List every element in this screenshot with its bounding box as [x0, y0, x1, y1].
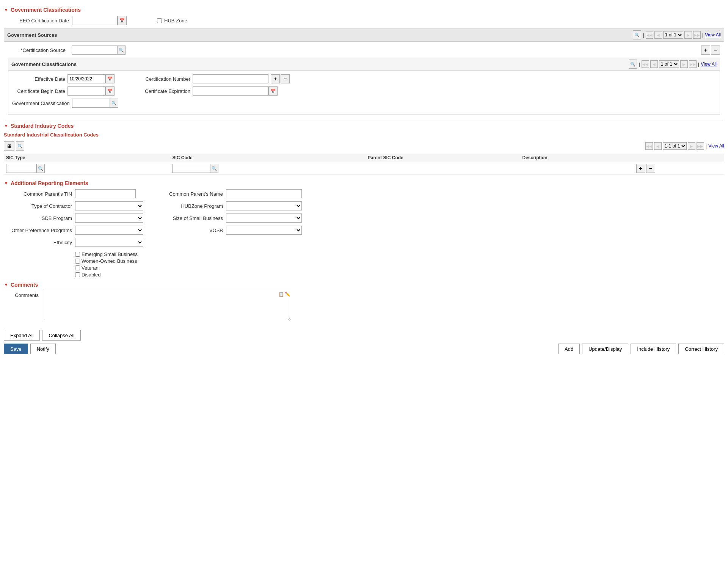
- gov-class-search-button[interactable]: 🔍: [110, 99, 118, 108]
- eeo-row: EEO Certification Date 📅 HUB Zone: [4, 16, 724, 25]
- effective-date-input[interactable]: [67, 74, 105, 83]
- inner-gov-view-all-link[interactable]: View All: [701, 61, 717, 67]
- sic-type-cell: 🔍: [4, 162, 170, 175]
- are-other-pref-select[interactable]: [75, 226, 143, 235]
- are-parent-name-label: Common Parent's Name: [166, 191, 223, 197]
- sic-prev-btn[interactable]: ◀: [654, 142, 662, 150]
- are-contractor-type-select[interactable]: [75, 201, 143, 210]
- sic-table-toolbar: ⊞ 🔍 ◀◀ ◀ 1-1 of 1 ▶ ▶▶ | View All: [4, 140, 724, 152]
- comments-textarea[interactable]: [45, 291, 291, 321]
- gov-sources-sep1: |: [643, 32, 644, 38]
- collapse-all-button[interactable]: Collapse All: [42, 330, 81, 341]
- sic-view-all-link[interactable]: View All: [708, 143, 724, 149]
- cert-number-input[interactable]: [193, 74, 268, 83]
- are-contractor-type-row: Type of Contractor: [4, 201, 143, 210]
- cert-number-remove-button[interactable]: −: [281, 74, 290, 83]
- sic-page-select[interactable]: 1-1 of 1: [663, 142, 687, 150]
- comments-copy-icon[interactable]: 📋: [278, 292, 284, 297]
- are-sdb-select[interactable]: [75, 213, 143, 223]
- gov-sources-first-btn[interactable]: ◀◀: [646, 31, 653, 39]
- are-dis-checkbox[interactable]: [75, 272, 80, 277]
- save-button[interactable]: Save: [4, 344, 28, 354]
- sic-remove-button[interactable]: −: [646, 164, 655, 173]
- gov-class-input[interactable]: [72, 99, 110, 108]
- cert-number-add-button[interactable]: +: [271, 74, 280, 83]
- effective-date-cell: Effective Date 📅: [12, 74, 115, 83]
- sic-last-btn[interactable]: ▶▶: [697, 142, 704, 150]
- inner-gov-page-select[interactable]: 1 of 1: [659, 60, 679, 68]
- cert-begin-calendar-icon: 📅: [107, 89, 113, 94]
- sic-next-btn[interactable]: ▶: [688, 142, 695, 150]
- gov-sources-page-select[interactable]: 1 of 1: [663, 31, 683, 39]
- cert-source-add-button[interactable]: +: [701, 46, 710, 55]
- are-vet-checkbox[interactable]: [75, 265, 80, 270]
- include-history-button[interactable]: Include History: [631, 344, 676, 354]
- gov-classifications-collapse-icon[interactable]: ▼: [4, 7, 8, 13]
- sic-grid-button[interactable]: ⊞: [4, 141, 14, 151]
- are-parent-name-input[interactable]: [226, 189, 302, 198]
- sic-parent-code-cell: [366, 162, 520, 175]
- sic-description-header: Description: [520, 154, 634, 162]
- cert-begin-calendar-button[interactable]: 📅: [105, 86, 115, 96]
- gov-sources-pagination: ◀◀ ◀ 1 of 1 ▶ ▶▶: [646, 31, 701, 39]
- inner-gov-prev-btn[interactable]: ◀: [650, 60, 658, 68]
- cert-expiry-calendar-button[interactable]: 📅: [268, 86, 278, 96]
- eeo-date-input[interactable]: [72, 16, 118, 25]
- are-vosb-select[interactable]: [226, 226, 302, 235]
- gov-sources-view-all-link[interactable]: View All: [705, 32, 721, 38]
- std-industry-collapse-icon[interactable]: ▼: [4, 123, 8, 129]
- sic-first-btn[interactable]: ◀◀: [645, 142, 653, 150]
- are-collapse-icon[interactable]: ▼: [4, 181, 8, 186]
- sic-search-button[interactable]: 🔍: [16, 141, 24, 151]
- gov-sources-last-btn[interactable]: ▶▶: [693, 31, 701, 39]
- are-hubzone-prog-select[interactable]: [226, 201, 302, 210]
- are-wob-checkbox[interactable]: [75, 259, 80, 264]
- sic-type-input[interactable]: [6, 164, 36, 173]
- add-button[interactable]: Add: [558, 344, 580, 354]
- sic-type-search-button[interactable]: 🔍: [36, 164, 45, 173]
- sic-add-button[interactable]: +: [636, 164, 645, 173]
- gov-sources-sep2: |: [702, 32, 703, 38]
- are-size-small-biz-select[interactable]: [226, 213, 302, 223]
- gov-class-search-icon: 🔍: [111, 101, 117, 106]
- are-checkbox-dis: Disabled: [75, 272, 143, 278]
- are-vosb-row: VOSB: [166, 226, 302, 235]
- update-display-button[interactable]: Update/Display: [582, 344, 628, 354]
- expand-all-button[interactable]: Expand All: [4, 330, 40, 341]
- notify-button[interactable]: Notify: [30, 344, 56, 354]
- effective-date-calendar-button[interactable]: 📅: [105, 74, 115, 83]
- sic-subtitle: Standard Industrial Classification Codes: [4, 132, 724, 138]
- gov-sources-search-icon: 🔍: [634, 33, 640, 38]
- sic-search-icon: 🔍: [17, 144, 23, 149]
- hubzone-checkbox[interactable]: [157, 18, 162, 23]
- are-ethnicity-row: Ethnicity: [4, 238, 143, 247]
- comments-edit-icon[interactable]: ✏️: [285, 292, 290, 297]
- gov-sources-next-btn[interactable]: ▶: [684, 31, 692, 39]
- cert-begin-input[interactable]: [67, 86, 105, 96]
- are-ethnicity-select[interactable]: [75, 238, 143, 247]
- inner-gov-search-button[interactable]: 🔍: [629, 60, 637, 69]
- cert-source-remove-button[interactable]: −: [711, 46, 720, 55]
- cert-expiry-input[interactable]: [193, 86, 268, 96]
- cert-begin-cell: Certificate Begin Date 📅: [12, 86, 115, 96]
- sic-code-header: SIC Code: [170, 154, 365, 162]
- correct-history-button[interactable]: Correct History: [678, 344, 724, 354]
- inner-form-row-2: Certificate Begin Date 📅 Certificate Exp…: [12, 86, 716, 96]
- cert-source-search-button[interactable]: 🔍: [117, 46, 126, 55]
- are-esb-checkbox[interactable]: [75, 252, 80, 257]
- inner-gov-next-btn[interactable]: ▶: [680, 60, 688, 68]
- sic-code-input[interactable]: [172, 164, 210, 173]
- cert-expiry-input-group: 📅: [193, 86, 278, 96]
- eeo-calendar-button[interactable]: 📅: [118, 16, 127, 25]
- gov-sources-prev-btn[interactable]: ◀: [654, 31, 662, 39]
- are-tin-input[interactable]: [75, 189, 136, 198]
- comments-collapse-icon[interactable]: ▼: [4, 282, 8, 287]
- gov-sources-search-button[interactable]: 🔍: [633, 30, 641, 39]
- sic-code-search-button[interactable]: 🔍: [210, 164, 218, 173]
- are-tin-row: Common Parent's TIN: [4, 189, 143, 198]
- inner-gov-last-btn[interactable]: ▶▶: [689, 60, 697, 68]
- inner-gov-first-btn[interactable]: ◀◀: [642, 60, 649, 68]
- are-two-col: Common Parent's TIN Type of Contractor S…: [4, 189, 724, 279]
- cert-expiry-label: Certificate Expiration: [130, 88, 190, 94]
- cert-source-input[interactable]: [72, 46, 117, 55]
